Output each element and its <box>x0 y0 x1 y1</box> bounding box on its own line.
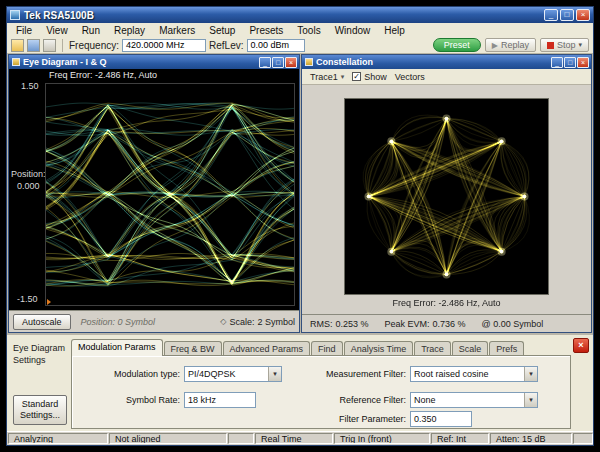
tab-prefs[interactable]: Prefs <box>489 341 524 356</box>
constellation-panel-icon <box>305 58 313 66</box>
frequency-input[interactable]: 420.0000 MHz <box>122 39 206 52</box>
rms-value: 0.253 % <box>336 319 369 329</box>
measurement-filter-label: Measurement Filter: <box>294 369 406 379</box>
eye-scale-label: Scale: <box>229 317 254 327</box>
app-window: Tek RSA5100B _ □ × FileViewRunReplayMark… <box>6 6 594 446</box>
eye-panel-icon <box>12 58 20 66</box>
autoscale-button[interactable]: Autoscale <box>13 314 71 330</box>
minimize-icon[interactable]: _ <box>544 9 558 21</box>
reference-filter-select[interactable]: None ▾ <box>410 392 538 408</box>
tab-advanced-params[interactable]: Advanced Params <box>223 341 311 356</box>
save-icon[interactable] <box>27 39 40 52</box>
modulation-type-value: PI/4DQPSK <box>188 369 236 379</box>
constellation-panel-titlebar[interactable]: Constellation _ □ × <box>302 55 591 69</box>
toolbar-right-group: Preset ▶ Replay Stop ▾ <box>433 38 589 52</box>
settings-form: Modulation type: PI/4DQPSK ▾ Measurement… <box>71 355 571 429</box>
filter-parameter-label: Filter Parameter: <box>294 414 406 424</box>
menu-view[interactable]: View <box>39 25 75 36</box>
peak-evm-value: 0.736 % <box>433 319 466 329</box>
settings-sidebar-title: Eye Diagram Settings <box>13 343 65 366</box>
tab-scale[interactable]: Scale <box>452 341 489 356</box>
tab-modulation-params[interactable]: Modulation Params <box>71 339 163 356</box>
status-analyzing: Analyzing <box>8 433 108 444</box>
eye-close-icon[interactable]: × <box>285 57 297 68</box>
measurement-chevron-down-icon: ▾ <box>524 367 537 381</box>
constellation-stats-strip: RMS: 0.253 % Peak EVM: 0.736 % @ 0.00 Sy… <box>302 314 591 332</box>
menu-setup[interactable]: Setup <box>202 25 242 36</box>
diamond-icon: ◇ <box>220 317 226 326</box>
reflev-label: RefLev: <box>209 40 243 51</box>
symbol-rate-input[interactable]: 18 kHz <box>184 392 256 408</box>
constellation-maximize-icon[interactable]: □ <box>564 57 576 68</box>
tab-find[interactable]: Find <box>311 341 343 356</box>
tab-freq-bw[interactable]: Freq & BW <box>164 341 222 356</box>
constellation-canvas <box>345 99 548 294</box>
eye-panel-title: Eye Diagram - I & Q <box>23 57 107 67</box>
trace-chevron-down-icon: ▾ <box>341 73 345 81</box>
menu-run[interactable]: Run <box>75 25 107 36</box>
constellation-panel-title: Constellation <box>316 57 373 67</box>
rms-label: RMS: <box>310 319 333 329</box>
status-bar: AnalyzingNot alignedReal TimeTrig In (fr… <box>7 431 593 445</box>
menu-window[interactable]: Window <box>328 25 378 36</box>
eye-panel-titlebar[interactable]: Eye Diagram - I & Q _ □ × <box>9 55 299 69</box>
eye-position-label: Position: <box>11 169 46 179</box>
title-bar: Tek RSA5100B _ □ × <box>7 7 593 23</box>
measurement-filter-select[interactable]: Root raised cosine ▾ <box>410 366 538 382</box>
reference-filter-value: None <box>414 395 436 405</box>
print-icon[interactable] <box>43 39 56 52</box>
menu-tools[interactable]: Tools <box>290 25 327 36</box>
show-checkbox-group[interactable]: ✓ Show <box>352 72 387 82</box>
menu-replay[interactable]: Replay <box>107 25 152 36</box>
open-icon[interactable] <box>11 39 24 52</box>
peak-evm-label: Peak EVM: <box>385 319 430 329</box>
show-checkbox-label: Show <box>364 72 387 82</box>
modulation-type-select[interactable]: PI/4DQPSK ▾ <box>184 366 282 382</box>
constellation-minimize-icon[interactable]: _ <box>551 57 563 68</box>
settings-title-line2: Settings <box>13 355 65 367</box>
window-title: Tek RSA5100B <box>24 10 94 21</box>
constellation-freq-error: Freq Error: -2.486 Hz, Auto <box>344 298 549 308</box>
reflev-input[interactable]: 0.00 dBm <box>247 39 305 52</box>
trace-select-label: Trace1 <box>310 72 338 82</box>
eye-minimize-icon[interactable]: _ <box>259 57 271 68</box>
stop-button[interactable]: Stop ▾ <box>540 38 589 52</box>
close-icon[interactable]: × <box>576 9 590 21</box>
constellation-close-icon[interactable]: × <box>577 57 589 68</box>
menu-markers[interactable]: Markers <box>152 25 202 36</box>
maximize-icon[interactable]: □ <box>560 9 574 21</box>
replay-button[interactable]: ▶ Replay <box>485 38 536 52</box>
show-checkbox[interactable]: ✓ <box>352 72 361 81</box>
status-attenuation: Atten: 15 dB <box>490 433 572 444</box>
app-icon <box>10 10 20 20</box>
menu-presets[interactable]: Presets <box>242 25 290 36</box>
eye-maximize-icon[interactable]: □ <box>272 57 284 68</box>
vectors-label: Vectors <box>395 72 425 82</box>
constellation-panel-controls: _ □ × <box>551 57 589 68</box>
status-reference: Ref: Int <box>431 433 489 444</box>
chevron-down-icon: ▾ <box>578 41 582 49</box>
menu-help[interactable]: Help <box>377 25 412 36</box>
stop-icon <box>547 42 554 49</box>
standard-settings-line1: Standard <box>14 399 66 410</box>
menu-file[interactable]: File <box>9 25 39 36</box>
status-filler <box>573 433 593 444</box>
eye-scale-value: 2 Symbol <box>257 317 295 327</box>
peak-evm-readout: Peak EVM: 0.736 % <box>385 319 466 329</box>
settings-title-line1: Eye Diagram <box>13 343 65 355</box>
eye-scale-readout[interactable]: ◇ Scale: 2 Symbol <box>220 317 295 327</box>
modulation-type-label: Modulation type: <box>80 369 180 379</box>
modulation-chevron-down-icon: ▾ <box>268 367 281 381</box>
standard-settings-button[interactable]: Standard Settings... <box>13 395 67 425</box>
symbol-readout: @ 0.00 Symbol <box>482 319 544 329</box>
tab-trace[interactable]: Trace <box>414 341 451 356</box>
preset-button[interactable]: Preset <box>433 38 481 52</box>
settings-tabs: Modulation ParamsFreq & BWAdvanced Param… <box>71 339 525 356</box>
filter-parameter-input[interactable]: 0.350 <box>410 411 472 427</box>
status-spacer <box>228 433 254 444</box>
settings-close-icon[interactable]: × <box>573 338 589 353</box>
tab-analysis-time[interactable]: Analysis Time <box>344 341 414 356</box>
measurement-filter-value: Root raised cosine <box>414 369 489 379</box>
trace-select[interactable]: Trace1 ▾ <box>310 72 344 82</box>
trigger-marker-icon <box>47 299 51 305</box>
